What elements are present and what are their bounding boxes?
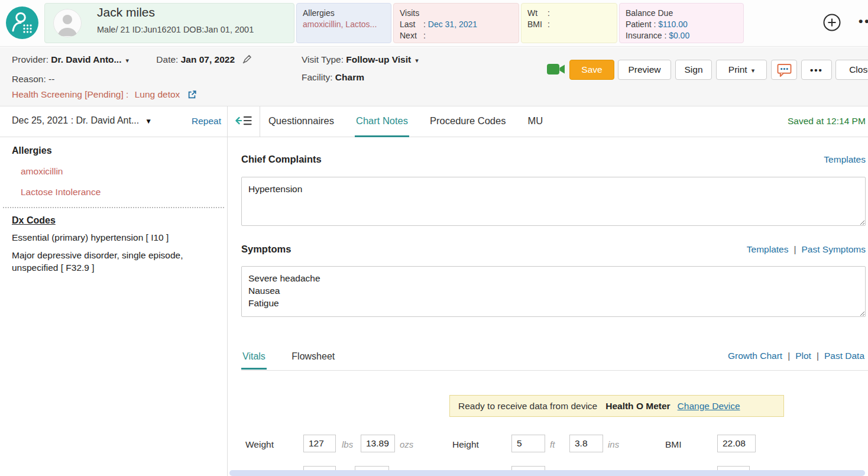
sign-button[interactable]: Sign <box>675 60 712 80</box>
bmi-input[interactable] <box>717 435 756 452</box>
tab-flowsheet[interactable]: Flowsheet <box>290 348 336 368</box>
sidebar-divider <box>3 207 224 208</box>
encounter-header: Provider: Dr. David Anto...▾ Date: Jan 0… <box>0 47 868 106</box>
edit-date-icon[interactable] <box>242 56 252 66</box>
symptoms-title: Symptoms <box>241 244 291 255</box>
bmi-field-label: BMI <box>665 439 682 450</box>
horizontal-scrollbar[interactable] <box>229 470 865 476</box>
video-call-icon[interactable] <box>546 63 565 76</box>
previous-encounter-select[interactable]: Dec 25, 2021 : Dr. David Ant...▼ <box>12 115 152 126</box>
wt-bmi-card[interactable]: Wt: BMI: <box>521 3 617 43</box>
past-data-link[interactable]: Past Data <box>824 351 864 361</box>
weight-lbs-unit: lbs <box>342 439 353 449</box>
chat-bubble-icon <box>777 69 792 79</box>
chevron-down-icon: ▾ <box>125 57 129 64</box>
health-screening-link[interactable]: Health Screening [Pending] : Lung detox <box>12 89 197 102</box>
allergy-item: amoxicillin <box>21 166 227 177</box>
growth-chart-link[interactable]: Growth Chart <box>728 351 782 361</box>
symptoms-templates-link[interactable]: Templates <box>747 244 789 254</box>
save-button[interactable]: Save <box>569 60 614 80</box>
collapse-sidebar-button[interactable] <box>228 106 260 137</box>
close-button[interactable]: Close <box>835 60 868 80</box>
health-screening-value: Lung detox <box>135 89 180 99</box>
device-status-message: Ready to receive data from device <box>458 401 597 412</box>
charm-ehr-screen: Jack miles Male/ 21 ID:Jun16201 DOB:Jan … <box>0 0 868 476</box>
dx-code-item: Essential (primary) hypertension [ I10 ] <box>12 231 216 244</box>
balance-patient-value: $110.00 <box>658 20 688 29</box>
vitals-tabs-bar: Vitals Flowsheet Growth Chart|Plot|Past … <box>241 348 868 371</box>
chief-complaints-title: Chief Complaints <box>241 154 322 165</box>
weight-lbs-input[interactable] <box>303 435 336 452</box>
reason-value: -- <box>48 74 54 84</box>
visit-type-label: Visit Type: <box>302 54 344 64</box>
allergies-card-title: Allergies <box>303 8 385 19</box>
last-visit-label: Last <box>400 19 423 30</box>
allergy-item: Lactose Intolerance <box>21 187 227 197</box>
height-label: Height <box>452 439 479 450</box>
preview-button[interactable]: Preview <box>618 60 671 80</box>
provider-label: Provider: <box>12 54 48 64</box>
allergies-card[interactable]: Allergies amoxicillin, Lactos... <box>296 3 391 43</box>
tab-questionnaires[interactable]: Questionnaires <box>267 106 335 137</box>
chief-templates-link[interactable]: Templates <box>824 154 866 164</box>
visit-type-select[interactable]: Follow-up Visit <box>346 54 411 64</box>
balance-patient-label: Patient <box>626 20 652 29</box>
weight-ozs-unit: ozs <box>400 439 413 449</box>
saved-status: Saved at 12:14 PM <box>788 116 866 127</box>
last-visit-date: Dec 31, 2021 <box>428 20 477 29</box>
visits-card[interactable]: Visits Last: Dec 31, 2021 Next: <box>393 3 519 43</box>
repeat-link[interactable]: Repeat <box>192 116 221 127</box>
balance-insurance-label: Insurance <box>626 31 662 40</box>
visits-card-title: Visits <box>400 8 513 19</box>
past-symptoms-link[interactable]: Past Symptoms <box>801 244 866 254</box>
chart-tabs-bar: Questionnaires Chart Notes Procedure Cod… <box>260 106 868 137</box>
facility-value: Charm <box>335 72 364 82</box>
provider-select[interactable]: Dr. David Anto... <box>51 54 121 64</box>
height-ft-unit: ft <box>550 439 555 449</box>
height-ins-unit: ins <box>608 439 619 449</box>
tab-chart-notes[interactable]: Chart Notes <box>355 106 409 137</box>
wt-label: Wt <box>527 8 548 19</box>
external-link-icon <box>187 91 197 101</box>
encounter-body: Dec 25, 2021 : Dr. David Ant...▼ Repeat … <box>0 106 868 476</box>
more-options-button[interactable]: ••• <box>801 60 832 80</box>
balance-due-card[interactable]: Balance Due Patient : $110.00 Insurance … <box>619 3 744 43</box>
symptoms-input[interactable]: Severe headache Nausea Fatigue <box>241 266 866 317</box>
tab-vitals[interactable]: Vitals <box>241 348 267 370</box>
chief-complaints-input[interactable]: Hypertension <box>241 177 866 226</box>
weight-ozs-input[interactable] <box>361 435 395 452</box>
health-screening-label: Health Screening [Pending] : <box>12 89 128 99</box>
chevron-down-icon: ▾ <box>752 67 755 74</box>
banner-more-options-icon[interactable]: ••• <box>859 14 868 28</box>
chevron-down-icon: ▼ <box>145 117 152 125</box>
patient-banner: Jack miles Male/ 21 ID:Jun16201 DOB:Jan … <box>0 0 868 47</box>
chat-button[interactable] <box>771 60 797 80</box>
dx-code-item: Major depressive disorder, single episod… <box>12 249 216 274</box>
sidebar-allergies-title: Allergies <box>12 145 227 156</box>
facility-label: Facility: <box>302 72 333 82</box>
reason-label: Reason: <box>12 74 46 84</box>
next-visit-label: Next <box>400 30 423 41</box>
collapse-sidebar-icon <box>235 115 252 129</box>
date-label: Date: <box>156 54 178 64</box>
change-device-link[interactable]: Change Device <box>678 401 740 412</box>
add-icon[interactable] <box>822 13 841 32</box>
patient-demographics: Male/ 21 ID:Jun16201 DOB:Jan 01, 2001 <box>97 24 254 35</box>
chevron-down-icon: ▾ <box>415 57 419 64</box>
plot-link[interactable]: Plot <box>795 351 811 361</box>
tab-procedure-codes[interactable]: Procedure Codes <box>429 106 507 137</box>
print-button[interactable]: Print▾ <box>716 60 767 80</box>
patient-avatar <box>53 9 82 37</box>
height-ins-input[interactable] <box>569 435 603 452</box>
balance-insurance-value: $0.00 <box>669 31 689 40</box>
weight-label: Weight <box>245 439 274 450</box>
height-ft-input[interactable] <box>511 435 545 452</box>
device-status-banner: Ready to receive data from device Health… <box>449 395 784 417</box>
patient-name: Jack miles <box>97 7 155 18</box>
charm-logo-icon[interactable] <box>6 7 38 39</box>
patient-summary-card[interactable]: Jack miles Male/ 21 ID:Jun16201 DOB:Jan … <box>44 3 294 43</box>
allergies-summary: amoxicillin, Lactos... <box>303 19 385 30</box>
chart-notes-panel: Chief Complaints Templates Hypertension … <box>228 137 868 476</box>
balance-due-title: Balance Due <box>626 8 737 19</box>
tab-mu[interactable]: MU <box>526 106 544 137</box>
